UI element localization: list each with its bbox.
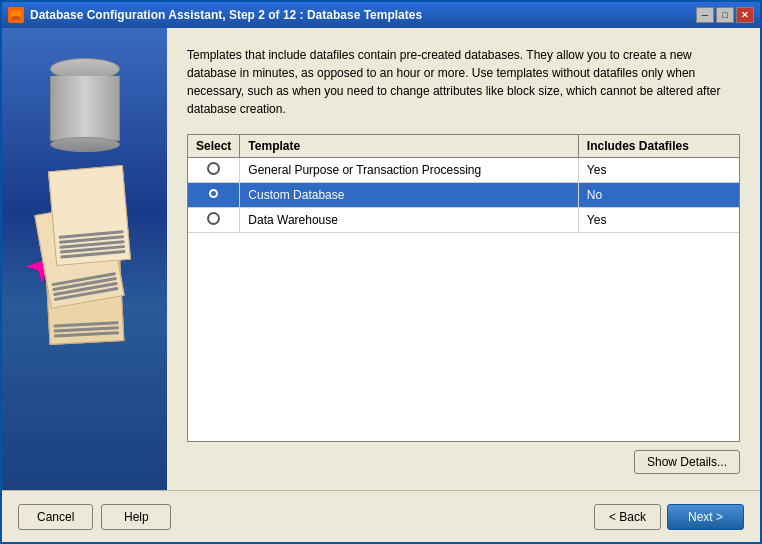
app-icon (8, 7, 24, 23)
table-header-row: Select Template Includes Datafiles (188, 135, 739, 158)
cylinder-body (50, 76, 120, 141)
templates-table-container: Select Template Includes Datafiles Gener… (187, 134, 740, 442)
right-panel: Templates that include datafiles contain… (167, 28, 760, 490)
includes-datafiles-cell: Yes (578, 158, 739, 183)
close-button[interactable]: ✕ (736, 7, 754, 23)
table-row[interactable]: Custom DatabaseNo (188, 183, 739, 208)
template-name-cell: General Purpose or Transaction Processin… (240, 158, 578, 183)
includes-datafiles-cell: No (578, 183, 739, 208)
col-template: Template (240, 135, 578, 158)
cylinder-bottom (50, 137, 120, 152)
maximize-button[interactable]: □ (716, 7, 734, 23)
content-area: ➤ Templates that include datafiles conta… (2, 28, 760, 490)
db-cylinder-icon (50, 58, 120, 143)
table-row[interactable]: General Purpose or Transaction Processin… (188, 158, 739, 183)
show-details-button[interactable]: Show Details... (634, 450, 740, 474)
footer-left-buttons: Cancel Help (18, 504, 171, 530)
radio-cell[interactable] (188, 208, 240, 233)
help-button[interactable]: Help (101, 504, 171, 530)
radio-button[interactable] (207, 212, 220, 225)
back-button[interactable]: < Back (594, 504, 661, 530)
template-name-cell: Custom Database (240, 183, 578, 208)
main-window: Database Configuration Assistant, Step 2… (0, 0, 762, 544)
title-bar-left: Database Configuration Assistant, Step 2… (8, 7, 422, 23)
svg-point-2 (11, 16, 21, 20)
minimize-button[interactable]: ─ (696, 7, 714, 23)
template-name-cell: Data Warehouse (240, 208, 578, 233)
title-bar: Database Configuration Assistant, Step 2… (2, 2, 760, 28)
radio-button[interactable] (207, 187, 220, 200)
templates-table: Select Template Includes Datafiles Gener… (188, 135, 739, 233)
cancel-button[interactable]: Cancel (18, 504, 93, 530)
col-datafiles: Includes Datafiles (578, 135, 739, 158)
show-details-area: Show Details... (187, 450, 740, 474)
description-text: Templates that include datafiles contain… (187, 46, 740, 118)
includes-datafiles-cell: Yes (578, 208, 739, 233)
radio-button[interactable] (207, 162, 220, 175)
illustration: ➤ (2, 28, 167, 490)
document-1 (48, 165, 131, 266)
title-bar-controls: ─ □ ✕ (696, 7, 754, 23)
col-select: Select (188, 135, 240, 158)
footer: Cancel Help < Back Next > (2, 490, 760, 542)
next-button[interactable]: Next > (667, 504, 744, 530)
radio-cell[interactable] (188, 183, 240, 208)
table-row[interactable]: Data WarehouseYes (188, 208, 739, 233)
doc-line (54, 331, 119, 337)
radio-cell[interactable] (188, 158, 240, 183)
left-panel: ➤ (2, 28, 167, 490)
footer-right-buttons: < Back Next > (594, 504, 744, 530)
window-title: Database Configuration Assistant, Step 2… (30, 8, 422, 22)
